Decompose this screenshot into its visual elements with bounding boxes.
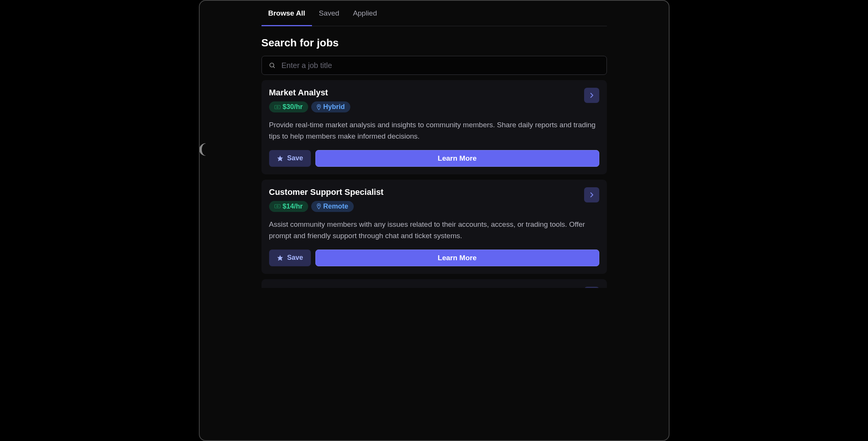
- main-container: Browse All Saved Applied Search for jobs…: [262, 1, 607, 288]
- card-info: Customer Support Specialist $14/hr: [269, 187, 384, 212]
- search-field[interactable]: [262, 56, 607, 75]
- job-title: Customer Support Specialist: [269, 187, 384, 197]
- job-description: Assist community members with any issues…: [269, 219, 599, 242]
- job-description: Provide real-time market analysis and in…: [269, 119, 599, 142]
- money-icon: [274, 204, 280, 209]
- side-handle[interactable]: ❨: [199, 141, 208, 157]
- expand-button[interactable]: [584, 287, 599, 288]
- svg-rect-6: [274, 205, 280, 208]
- star-icon: [277, 254, 284, 261]
- card-actions: Save Learn More: [269, 150, 599, 167]
- search-input[interactable]: [282, 61, 600, 70]
- star-icon: [277, 155, 284, 162]
- save-button[interactable]: Save: [269, 150, 311, 167]
- chevron-right-icon: [590, 192, 594, 198]
- svg-marker-9: [277, 255, 283, 261]
- svg-point-4: [318, 106, 319, 107]
- card-header: Customer Support Specialist $14/hr: [269, 187, 599, 212]
- job-title: Market Analyst: [269, 88, 350, 98]
- location-text: Hybrid: [323, 103, 345, 111]
- location-text: Remote: [323, 202, 348, 210]
- rate-text: $30/hr: [283, 103, 303, 111]
- money-icon: [274, 105, 280, 109]
- pin-icon: [317, 203, 321, 209]
- badges: $30/hr Hybrid: [269, 101, 350, 112]
- job-card: Customer Support Specialist $14/hr: [262, 180, 607, 274]
- page-title: Search for jobs: [262, 37, 607, 49]
- svg-point-3: [277, 106, 278, 108]
- location-badge: Hybrid: [311, 101, 350, 112]
- tab-saved[interactable]: Saved: [312, 1, 346, 26]
- badges: $14/hr Remote: [269, 201, 384, 212]
- save-button[interactable]: Save: [269, 250, 311, 266]
- location-badge: Remote: [311, 201, 354, 212]
- expand-button[interactable]: [584, 88, 599, 103]
- rate-badge: $30/hr: [269, 101, 308, 112]
- card-header: Community Moderator $17/hr: [269, 287, 599, 288]
- card-info: Community Moderator $17/hr: [269, 287, 362, 288]
- rate-text: $14/hr: [283, 202, 303, 210]
- chevron-right-icon: [590, 92, 594, 98]
- job-card: Community Moderator $17/hr: [262, 279, 607, 288]
- search-icon: [269, 62, 276, 69]
- pin-icon: [317, 104, 321, 110]
- app-frame: ❨ Browse All Saved Applied Search for jo…: [199, 0, 670, 441]
- tab-applied[interactable]: Applied: [346, 1, 384, 26]
- learn-more-button[interactable]: Learn More: [315, 250, 599, 266]
- job-title: Community Moderator: [269, 287, 362, 288]
- svg-marker-5: [277, 155, 283, 161]
- scroll-area[interactable]: Browse All Saved Applied Search for jobs…: [200, 1, 669, 288]
- save-label: Save: [287, 254, 303, 262]
- svg-point-8: [318, 205, 319, 206]
- tabs: Browse All Saved Applied: [262, 1, 607, 26]
- job-card: Market Analyst $30/hr: [262, 80, 607, 174]
- card-header: Market Analyst $30/hr: [269, 88, 599, 112]
- rate-badge: $14/hr: [269, 201, 308, 212]
- svg-rect-2: [274, 105, 280, 109]
- expand-button[interactable]: [584, 187, 599, 202]
- card-actions: Save Learn More: [269, 250, 599, 266]
- save-label: Save: [287, 154, 303, 162]
- card-info: Market Analyst $30/hr: [269, 88, 350, 112]
- svg-point-7: [277, 205, 278, 207]
- svg-line-1: [273, 66, 274, 68]
- learn-more-button[interactable]: Learn More: [315, 150, 599, 167]
- tab-browse-all[interactable]: Browse All: [262, 1, 312, 26]
- svg-point-0: [270, 63, 274, 67]
